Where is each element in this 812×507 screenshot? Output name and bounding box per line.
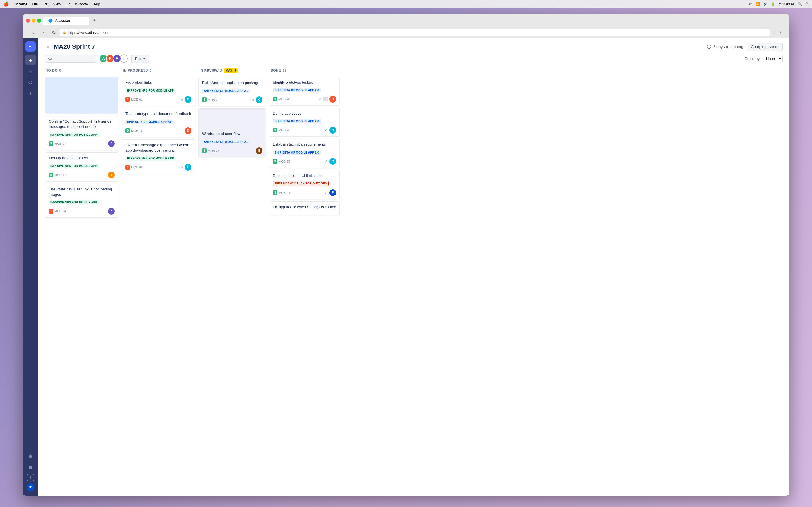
sidebar-item-create[interactable]: + [26,89,36,99]
card-id: MOB-08 [131,166,143,169]
card-id: MOB-20 [278,98,290,101]
group-by-select[interactable]: None [762,55,783,63]
search-box[interactable] [45,55,96,62]
card-mob20[interactable]: Identify prototype testers SHIP BETA OF … [269,77,340,106]
sidebar-profile[interactable]: JD [26,482,36,492]
card-type-story-icon: S [202,98,207,102]
column-todo-cards: Confirm "Contact Support" link sends mes… [45,77,118,491]
story-points: ⑁ 5 [179,166,183,169]
airplay-icon: ▭ [749,2,752,6]
nav-buttons: ‹ › ↻ [29,29,57,36]
card-title: Fix error message experienced when app d… [125,143,192,153]
apple-menu[interactable]: 🍎 [3,1,9,7]
card-mob21[interactable]: Document technical limitations REDUNDANC… [269,170,340,199]
search-icon [48,57,52,61]
menu-edit[interactable]: Edit [42,2,49,6]
card-mob16[interactable]: Test prototype and document feedback SHI… [122,108,195,137]
column-inprogress-count: 3 [150,68,152,72]
browser-actions: ☆ ⋮ [772,30,783,35]
epic-tag: IMPROVE NPS FOR MOBILE APP [49,164,99,168]
header-left: ≡ MA20 Sprint 7 [45,43,95,51]
card-right: B [108,172,115,178]
menu-file[interactable]: File [32,2,38,6]
column-todo: TO DO 6 Confirm "Contact Support" link s… [45,66,118,491]
close-button[interactable] [26,18,30,22]
card-mob36[interactable]: The invite new user link is not loading … [45,184,118,218]
epic-filter[interactable]: Epic ▾ [132,55,149,63]
card-avatar: A [108,208,115,215]
card-mob25[interactable]: Establish technical requirements SHIP BE… [269,139,340,168]
column-done-count: 12 [283,68,287,72]
chevron-down-icon: ▾ [143,57,145,61]
reload-button[interactable]: ↻ [50,29,57,36]
sidebar-item-starred[interactable]: ☆ [26,66,36,76]
card-fix-app-freeze[interactable]: Fix app freeze when Settings is clicked [269,202,340,215]
card-mob08[interactable]: Fix error message experienced when app d… [122,139,195,174]
minimize-button[interactable] [32,18,36,22]
add-assignee-button[interactable]: + [119,54,128,63]
maximize-button[interactable] [37,18,41,22]
url-text: https://www.atlassian.com [68,31,110,35]
card-mob26[interactable]: Define app specs SHIP BETA OF MOBILE APP… [269,108,340,136]
sidebar-help[interactable]: ? [27,474,34,481]
card-title: The invite new user link is not loading … [49,187,115,198]
card-mob01[interactable]: Fix broken links IMPROVE NPS FOR MOBILE … [122,77,195,106]
search-icon[interactable]: 🔍 [798,2,802,6]
hamburger-button[interactable]: ≡ [45,43,50,51]
toolbar: A R M + Epic ▾ Group by None [38,51,790,66]
sidebar-item-home[interactable]: ◆ [26,55,36,65]
menu-view[interactable]: View [53,2,61,6]
comment-count: 2 [323,97,327,101]
card-avatar: C [185,96,192,103]
card-id: MOB-17 [54,173,66,177]
card-right: ✓ F [324,189,336,196]
complete-sprint-button[interactable]: Complete sprint [747,43,783,51]
days-remaining-text: 2 days remaining [713,45,743,49]
menu-go[interactable]: Go [65,2,70,6]
bookmark-icon[interactable]: ☆ [772,30,776,35]
clock-icon [707,45,711,49]
bell-icon [28,454,33,459]
new-tab-button[interactable]: + [91,16,98,24]
card-avatar: E [256,147,262,154]
forward-button[interactable]: › [40,29,47,36]
page-header: ≡ MA20 Sprint 7 2 days remaining Complet… [38,38,790,51]
menu-help[interactable]: Help [93,2,100,6]
sidebar-apps[interactable] [26,462,36,473]
epic-tag: SHIP BETA OF MOBILE APP 2.0 [273,88,321,93]
card-mob07[interactable]: Confirm "Contact Support" link sends mes… [45,116,118,150]
card-id-wrap: ! MOB-08 [125,165,143,170]
card-type-story-icon: S [125,128,130,133]
menu-icon[interactable]: ☰ [806,2,809,6]
menubar-left: 🍎 Chrome File Edit View Go Window Help [3,1,100,7]
card-right: ⑁ 6 C [250,96,262,103]
card-id: MOB-01 [131,98,143,101]
card-type-story-icon: S [202,149,207,153]
card-mob22[interactable]: Build Android application package SHIP B… [199,77,266,106]
card-right: A [108,140,115,147]
address-bar[interactable]: 🔒 https://www.atlassian.com [60,29,770,36]
card-mob17[interactable]: Identify beta customers IMPROVE NPS FOR … [45,152,118,181]
sidebar: ◆ ☆ + ? [22,38,38,496]
card-id-wrap: S MOB-25 [273,159,290,164]
card-avatar: D [329,96,336,103]
volume-icon: 🔊 [763,2,767,6]
card-avatar: A [108,140,115,147]
sidebar-notifications[interactable] [26,451,36,461]
assignee-filter[interactable]: A R M + [99,54,128,63]
more-options-icon[interactable]: ⋮ [778,30,783,35]
column-todo-title: TO DO [46,68,57,72]
card-footer: S MOB-23 E [202,147,262,154]
epic-tag: SHIP BETA OF MOBILE APP 2.0 [202,140,250,144]
back-button[interactable]: ‹ [29,29,37,36]
epic-tag: REDUNDANCY PLAN FOR OUTAGES [273,181,329,186]
card-mob23[interactable]: Wireframe of user flow SHIP BETA OF MOBI… [199,108,266,157]
card-title: Confirm "Contact Support" link sends mes… [49,119,115,129]
epic-tag: SHIP BETA OF MOBILE APP 2.0 [125,120,173,124]
sidebar-item-search[interactable] [26,77,36,88]
epic-tag: IMPROVE NPS FOR MOBILE APP [125,156,175,161]
menu-window[interactable]: Window [75,2,88,6]
card-title: Build Android application package [202,80,262,86]
atlassian-logo[interactable] [26,41,36,52]
browser-tab[interactable]: 🔷 Atlassian [43,17,89,24]
